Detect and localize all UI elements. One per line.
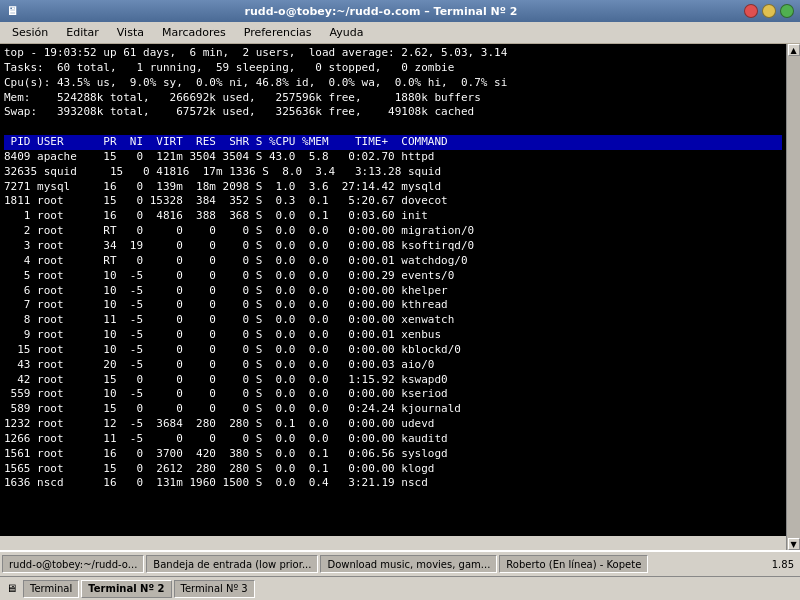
window-controls [744,4,794,18]
scrollbar[interactable]: ▲ ▼ [786,44,800,550]
titlebar: 🖥 rudd-o@tobey:~/rudd-o.com – Terminal N… [0,0,800,22]
proc-row-8: 5 root 10 -5 0 0 0 S 0.0 0.0 0:00.29 eve… [4,269,782,284]
proc-row-14: 43 root 20 -5 0 0 0 S 0.0 0.0 0:00.03 ai… [4,358,782,373]
proc-row-5: 2 root RT 0 0 0 0 S 0.0 0.0 0:00.00 migr… [4,224,782,239]
terminal-content[interactable]: top - 19:03:52 up 61 days, 6 min, 2 user… [0,44,786,536]
proc-row-21: 1565 root 15 0 2612 280 280 S 0.0 0.1 0:… [4,462,782,477]
proc-row-20: 1561 root 16 0 3700 420 380 S 0.0 0.1 0:… [4,447,782,462]
top-line-1: top - 19:03:52 up 61 days, 6 min, 2 user… [4,46,782,61]
taskbar: rudd-o@tobey:~/rudd-o... Bandeja de entr… [0,550,800,576]
scroll-up-button[interactable]: ▲ [788,44,800,56]
top-line-5: Swap: 393208k total, 67572k used, 325636… [4,105,782,120]
proc-row-9: 6 root 10 -5 0 0 0 S 0.0 0.0 0:00.00 khe… [4,284,782,299]
clock-label: 1.85 [772,559,798,570]
taskbar-app-0[interactable]: rudd-o@tobey:~/rudd-o... [2,555,144,573]
titlebar-left: 🖥 [6,4,18,18]
proc-row-3: 1811 root 15 0 15328 384 352 S 0.3 0.1 5… [4,194,782,209]
terminal-tabs: 🖥 Terminal Terminal Nº 2 Terminal Nº 3 [0,576,800,600]
top-line-3: Cpu(s): 43.5% us, 9.0% sy, 0.0% ni, 46.8… [4,76,782,91]
scroll-down-button[interactable]: ▼ [788,538,800,550]
proc-row-19: 1266 root 11 -5 0 0 0 S 0.0 0.0 0:00.00 … [4,432,782,447]
top-line-2: Tasks: 60 total, 1 running, 59 sleeping,… [4,61,782,76]
menu-edit[interactable]: Editar [58,24,107,41]
proc-row-4: 1 root 16 0 4816 388 368 S 0.0 0.1 0:03.… [4,209,782,224]
proc-row-11: 8 root 11 -5 0 0 0 S 0.0 0.0 0:00.00 xen… [4,313,782,328]
menu-help[interactable]: Ayuda [321,24,371,41]
proc-row-6: 3 root 34 19 0 0 0 S 0.0 0.0 0:00.08 kso… [4,239,782,254]
proc-row-22: 1636 nscd 16 0 131m 1960 1500 S 0.0 0.4 … [4,476,782,491]
proc-row-10: 7 root 10 -5 0 0 0 S 0.0 0.0 0:00.00 kth… [4,298,782,313]
tab-terminal-1[interactable]: Terminal [23,580,79,598]
taskbar-app-3[interactable]: Roberto (En línea) - Kopete [499,555,648,573]
tab-terminal-3[interactable]: Terminal Nº 3 [174,580,255,598]
terminal-icon: 🖥 [6,4,18,18]
tab-terminal-2[interactable]: Terminal Nº 2 [81,580,171,598]
taskbar-app-2[interactable]: Download music, movies, gam... [320,555,497,573]
window-title: rudd-o@tobey:~/rudd-o.com – Terminal Nº … [18,5,744,18]
menu-view[interactable]: Vista [109,24,152,41]
proc-row-13: 15 root 10 -5 0 0 0 S 0.0 0.0 0:00.00 kb… [4,343,782,358]
terminal-icon-bottom: 🖥 [2,582,21,595]
proc-row-7: 4 root RT 0 0 0 0 S 0.0 0.0 0:00.01 watc… [4,254,782,269]
top-line-4: Mem: 524288k total, 266692k used, 257596… [4,91,782,106]
menu-session[interactable]: Sesión [4,24,56,41]
proc-row-1: 32635 squid 15 0 41816 17m 1336 S 8.0 3.… [4,165,782,180]
menubar: Sesión Editar Vista Marcadores Preferenc… [0,22,800,44]
proc-row-16: 559 root 10 -5 0 0 0 S 0.0 0.0 0:00.00 k… [4,387,782,402]
minimize-button[interactable] [762,4,776,18]
taskbar-app-1[interactable]: Bandeja de entrada (low prior... [146,555,318,573]
proc-row-15: 42 root 15 0 0 0 0 S 0.0 0.0 1:15.92 ksw… [4,373,782,388]
menu-bookmarks[interactable]: Marcadores [154,24,234,41]
proc-row-12: 9 root 10 -5 0 0 0 S 0.0 0.0 0:00.01 xen… [4,328,782,343]
proc-row-0: 8409 apache 15 0 121m 3504 3504 S 43.0 5… [4,150,782,165]
proc-row-18: 1232 root 12 -5 3684 280 280 S 0.1 0.0 0… [4,417,782,432]
proc-row-2: 7271 mysql 16 0 139m 18m 2098 S 1.0 3.6 … [4,180,782,195]
maximize-button[interactable] [780,4,794,18]
table-header-row: PID USER PR NI VIRT RES SHR S %CPU %MEM … [4,135,782,150]
proc-row-17: 589 root 15 0 0 0 0 S 0.0 0.0 0:24.24 kj… [4,402,782,417]
menu-preferences[interactable]: Preferencias [236,24,320,41]
blank-line [4,120,782,135]
close-button[interactable] [744,4,758,18]
